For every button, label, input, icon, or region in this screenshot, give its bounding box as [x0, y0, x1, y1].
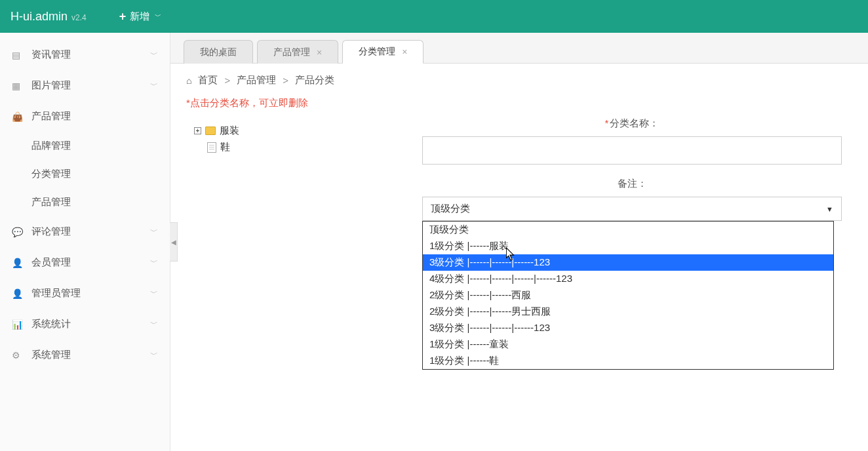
delete-hint: *点击分类名称，可立即删除 — [170, 97, 868, 117]
image-icon: ▦ — [12, 81, 25, 91]
sidebar-subitem-category[interactable]: 分类管理 — [0, 160, 170, 188]
sidebar-item-members[interactable]: 👤 会员管理 ﹀ — [0, 247, 170, 278]
brand-version: v2.4 — [71, 13, 87, 22]
required-asterisk: * — [605, 117, 609, 128]
stats-icon: 📊 — [12, 319, 25, 330]
sidebar-subitem-label: 分类管理 — [31, 168, 71, 179]
sidebar-item-label: 会员管理 — [31, 256, 71, 269]
breadcrumb-item: 产品分类 — [295, 74, 334, 87]
tab-label: 我的桌面 — [200, 47, 237, 58]
sidebar-item-products[interactable]: 👜 产品管理 — [0, 101, 170, 132]
sidebar-item-label: 资讯管理 — [31, 49, 71, 61]
category-name-input[interactable] — [422, 136, 842, 165]
select-value: 顶级分类 — [431, 203, 470, 215]
select-display[interactable]: 顶级分类 ▼ — [422, 197, 842, 221]
plus-icon: + — [119, 10, 127, 24]
close-icon[interactable]: × — [402, 47, 407, 57]
category-tree: + 服装 鞋 — [186, 117, 357, 234]
sidebar-subitem-label: 品牌管理 — [31, 140, 71, 151]
note-label: 备注： — [422, 178, 842, 190]
chevron-down-icon: ﹀ — [150, 49, 158, 60]
sidebar-item-label: 管理员管理 — [31, 287, 81, 300]
tab-bar: 我的桌面 产品管理 × 分类管理 × — [170, 33, 868, 64]
chevron-down-icon: ﹀ — [155, 12, 161, 21]
close-icon[interactable]: × — [317, 47, 322, 58]
sidebar-item-stats[interactable]: 📊 系统统计 ﹀ — [0, 309, 170, 340]
tree-node-leaf[interactable]: 鞋 — [207, 139, 349, 155]
add-new-button[interactable]: + 新增 ﹀ — [119, 10, 162, 24]
chevron-down-icon: ﹀ — [150, 226, 158, 237]
tree-node-label[interactable]: 服装 — [220, 125, 239, 137]
sidebar-item-news[interactable]: ▤ 资讯管理 ﹀ — [0, 39, 170, 70]
tab-label: 产品管理 — [273, 47, 310, 58]
tab-category-mgmt[interactable]: 分类管理 × — [342, 40, 424, 64]
name-label: *分类名称： — [422, 117, 842, 130]
breadcrumb-separator: > — [283, 75, 288, 86]
sidebar-item-label: 系统管理 — [31, 349, 71, 361]
select-option[interactable]: 3级分类 |------|------|------123 — [423, 320, 833, 336]
sidebar-item-comments[interactable]: 💬 评论管理 ﹀ — [0, 216, 170, 247]
folder-icon — [205, 127, 216, 135]
select-option[interactable]: 顶级分类 — [423, 222, 833, 238]
tab-product-mgmt[interactable]: 产品管理 × — [257, 40, 338, 64]
category-form: *分类名称： 备注： 顶级分类 ▼ 顶级分类 1级分类 |------服装 — [422, 117, 842, 234]
chevron-down-icon: ﹀ — [150, 257, 158, 268]
sidebar-item-system[interactable]: ⚙ 系统管理 ﹀ — [0, 340, 170, 370]
breadcrumb-item[interactable]: 产品管理 — [237, 74, 276, 87]
admin-icon: 👤 — [12, 288, 25, 299]
comment-icon: 💬 — [12, 227, 25, 237]
breadcrumb: ⌂ 首页 > 产品管理 > 产品分类 — [170, 64, 868, 97]
sidebar: ▤ 资讯管理 ﹀ ▦ 图片管理 ﹀ 👜 产品管理 品牌管理 分类管理 产品管理 … — [0, 33, 170, 451]
sidebar-collapse-handle[interactable]: ◀ — [170, 222, 178, 262]
sidebar-item-label: 图片管理 — [31, 79, 71, 92]
select-option[interactable]: 2级分类 |------|------男士西服 — [423, 304, 833, 320]
breadcrumb-separator: > — [224, 75, 230, 86]
top-header: H-ui.admin v2.4 + 新增 ﹀ — [0, 0, 868, 33]
select-option[interactable]: 1级分类 |------童装 — [423, 336, 833, 353]
add-new-label: 新增 — [130, 10, 149, 23]
news-icon: ▤ — [12, 50, 25, 60]
tree-node-root[interactable]: + 服装 — [194, 123, 349, 139]
breadcrumb-home[interactable]: 首页 — [198, 74, 218, 87]
chevron-down-icon: ﹀ — [150, 288, 158, 299]
main-area: 我的桌面 产品管理 × 分类管理 × ⌂ 首页 > 产品管理 > 产品分类 *点… — [170, 33, 868, 451]
sidebar-item-admins[interactable]: 👤 管理员管理 ﹀ — [0, 278, 170, 309]
sidebar-item-label: 评论管理 — [31, 226, 71, 238]
select-option[interactable]: 4级分类 |------|------|------|------123 — [423, 271, 833, 287]
chevron-down-icon: ﹀ — [150, 319, 158, 330]
tree-node-label[interactable]: 鞋 — [220, 141, 230, 153]
sidebar-subitem-label: 产品管理 — [31, 196, 71, 207]
sidebar-subitem-brand[interactable]: 品牌管理 — [0, 132, 170, 160]
bag-icon: 👜 — [12, 111, 25, 122]
tab-desktop[interactable]: 我的桌面 — [184, 40, 253, 64]
gear-icon: ⚙ — [12, 350, 25, 361]
parent-category-select[interactable]: 顶级分类 ▼ 顶级分类 1级分类 |------服装 3级分类 |------|… — [422, 197, 842, 221]
sidebar-subitem-product[interactable]: 产品管理 — [0, 188, 170, 216]
home-icon: ⌂ — [186, 75, 191, 86]
select-option[interactable]: 3级分类 |------|------|------123 — [423, 254, 833, 271]
tree-expand-icon[interactable]: + — [194, 127, 201, 134]
tab-label: 分类管理 — [359, 46, 395, 58]
sidebar-item-label: 产品管理 — [31, 110, 71, 123]
brand-name: H-ui.admin — [10, 10, 68, 24]
select-option[interactable]: 1级分类 |------服装 — [423, 238, 833, 254]
chevron-down-icon: ﹀ — [150, 349, 158, 361]
select-option[interactable]: 1级分类 |------鞋 — [423, 353, 833, 369]
chevron-down-icon: ﹀ — [150, 80, 158, 91]
brand: H-ui.admin v2.4 — [10, 10, 87, 24]
user-icon: 👤 — [12, 258, 25, 268]
select-dropdown: 顶级分类 1级分类 |------服装 3级分类 |------|------|… — [422, 221, 834, 370]
select-option[interactable]: 2级分类 |------|------西服 — [423, 287, 833, 304]
caret-down-icon: ▼ — [826, 205, 833, 213]
sidebar-item-images[interactable]: ▦ 图片管理 ﹀ — [0, 70, 170, 101]
sidebar-item-label: 系统统计 — [31, 318, 71, 330]
file-icon — [207, 142, 216, 153]
